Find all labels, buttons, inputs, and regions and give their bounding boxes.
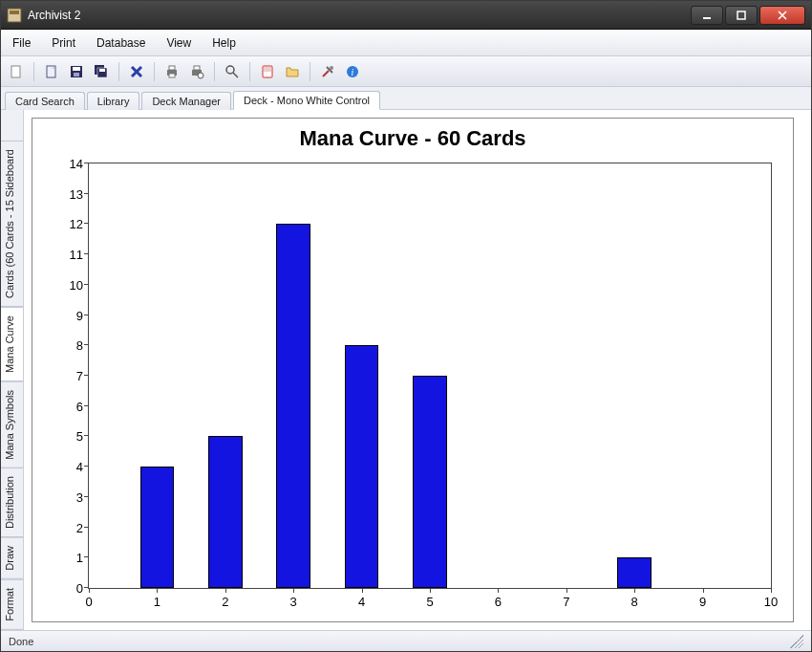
toolbar-separator <box>154 62 155 81</box>
menu-help[interactable]: Help <box>212 36 236 50</box>
app-window: Archivist 2 File Print Database View Hel… <box>0 0 812 652</box>
search-icon[interactable] <box>223 62 242 81</box>
x-tick-label: 6 <box>495 595 502 609</box>
sidetab-mana-symbols[interactable]: Mana Symbols <box>1 381 23 468</box>
tab-library[interactable]: Library <box>87 92 140 110</box>
x-tick-label: 1 <box>154 595 160 609</box>
body-area: Format Draw Distribution Mana Symbols Ma… <box>1 110 811 630</box>
svg-rect-2 <box>703 17 711 19</box>
chart-bar <box>413 376 447 588</box>
x-tick-label: 0 <box>85 595 92 609</box>
window-title: Archivist 2 <box>28 9 691 22</box>
svg-rect-14 <box>169 74 175 77</box>
svg-rect-16 <box>194 66 200 70</box>
menubar: File Print Database View Help <box>1 30 811 56</box>
sidetab-mana-curve[interactable]: Mana Curve <box>1 307 23 381</box>
x-tick-label: 8 <box>631 595 638 609</box>
card-icon[interactable] <box>258 62 277 81</box>
info-icon[interactable]: i <box>343 62 362 81</box>
svg-rect-3 <box>737 11 745 19</box>
menu-database[interactable]: Database <box>96 36 145 50</box>
x-tick-label: 4 <box>358 595 365 609</box>
x-tick-label: 9 <box>699 595 706 609</box>
delete-icon[interactable] <box>127 62 146 81</box>
chart-title: Mana Curve - 60 Cards <box>32 126 793 151</box>
y-tick-label: 10 <box>58 277 83 292</box>
status-text: Done <box>9 636 33 647</box>
app-icon <box>7 8 22 23</box>
save-icon[interactable] <box>67 62 86 81</box>
toolbar-separator <box>249 62 250 81</box>
chart-bar <box>276 224 310 588</box>
print-icon[interactable] <box>162 62 182 81</box>
toolbar-separator <box>118 62 119 81</box>
svg-rect-4 <box>11 66 20 77</box>
new-icon[interactable] <box>7 62 26 81</box>
save-all-icon[interactable] <box>92 62 111 81</box>
chart-panel: Mana Curve - 60 Cards 012345678910111213… <box>24 110 811 630</box>
y-tick-label: 0 <box>58 581 83 596</box>
tools-icon[interactable] <box>318 62 337 81</box>
svg-rect-8 <box>74 73 79 76</box>
tab-deck-current[interactable]: Deck - Mono White Control <box>233 91 380 110</box>
sidetab-distribution[interactable]: Distribution <box>1 467 23 537</box>
y-tick-label: 9 <box>58 308 83 322</box>
chart-bar <box>140 467 175 588</box>
chart-bar <box>208 436 243 588</box>
y-tick-label: 13 <box>58 186 83 201</box>
side-tabstrip: Format Draw Distribution Mana Symbols Ma… <box>1 110 24 630</box>
svg-rect-13 <box>169 66 175 70</box>
y-tick-label: 2 <box>58 520 83 534</box>
sidetab-cards[interactable]: Cards (60 Cards - 15 Sideboard <box>1 141 23 307</box>
y-tick-label: 1 <box>58 551 83 565</box>
svg-rect-11 <box>99 69 105 72</box>
svg-rect-20 <box>264 67 271 72</box>
toolbar-separator <box>33 62 34 81</box>
x-tick-label: 3 <box>290 595 297 609</box>
chart-plot: 01234567891011121314012345678910 <box>88 163 772 589</box>
statusbar: Done <box>1 630 811 651</box>
x-tick-label: 10 <box>764 595 778 609</box>
y-tick-label: 5 <box>58 429 83 444</box>
y-tick-label: 8 <box>58 338 83 353</box>
x-tick-label: 5 <box>426 595 433 609</box>
y-tick-label: 6 <box>58 399 83 413</box>
menu-print[interactable]: Print <box>52 36 75 50</box>
window-buttons <box>691 6 805 25</box>
tabstrip: Card Search Library Deck Manager Deck - … <box>1 87 811 110</box>
close-button[interactable] <box>759 6 805 25</box>
y-tick-label: 4 <box>58 460 83 474</box>
svg-rect-7 <box>73 67 80 71</box>
y-tick-label: 7 <box>58 369 83 383</box>
y-tick-label: 3 <box>58 489 83 504</box>
svg-point-18 <box>226 66 234 74</box>
menu-file[interactable]: File <box>12 36 31 50</box>
svg-rect-1 <box>10 11 19 14</box>
y-tick-label: 14 <box>58 157 83 171</box>
chart-frame: Mana Curve - 60 Cards 012345678910111213… <box>32 118 794 622</box>
x-tick-label: 2 <box>222 595 228 609</box>
y-tick-label: 12 <box>58 217 83 231</box>
folder-icon[interactable] <box>283 62 302 81</box>
chart-bar <box>617 557 652 588</box>
page-icon[interactable] <box>42 62 61 81</box>
sidetab-format[interactable]: Format <box>1 579 23 630</box>
svg-point-17 <box>198 73 203 78</box>
maximize-button[interactable] <box>725 6 758 25</box>
titlebar: Archivist 2 <box>1 1 811 30</box>
toolbar: i <box>1 56 811 87</box>
minimize-button[interactable] <box>691 6 723 25</box>
svg-text:i: i <box>352 67 354 77</box>
tab-card-search[interactable]: Card Search <box>5 92 85 110</box>
print-preview-icon[interactable] <box>187 62 206 81</box>
svg-point-21 <box>330 66 333 70</box>
chart-bar <box>345 345 379 588</box>
menu-view[interactable]: View <box>166 36 191 50</box>
tab-deck-manager[interactable]: Deck Manager <box>141 92 231 110</box>
toolbar-separator <box>214 62 215 81</box>
toolbar-separator <box>310 62 310 81</box>
y-tick-label: 11 <box>58 248 83 262</box>
resize-grip-icon[interactable] <box>790 635 803 648</box>
x-tick-label: 7 <box>563 595 569 609</box>
sidetab-draw[interactable]: Draw <box>1 537 23 579</box>
